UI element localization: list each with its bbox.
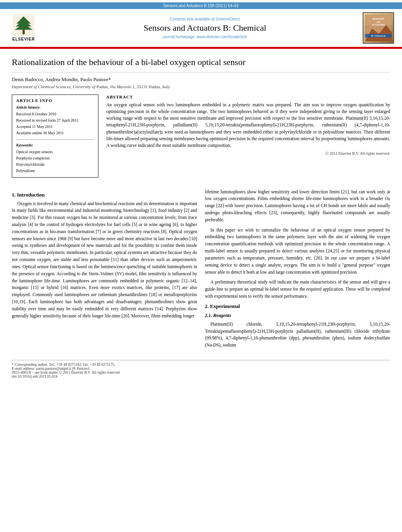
svg-point-5 [22,32,25,35]
journal-header: Sensors and Actuators B 158 (2011) 54–61… [0,0,402,49]
elsevier-logo: ELSEVIER [8,15,39,41]
available-date: Available online 30 May 2011 [16,130,94,136]
journal-citation: Sensors and Actuators B 158 (2011) 54–61 [163,4,239,8]
keyword-1: Optical oxygen sensors [16,149,94,155]
keyword-3: Polyvinylchloride [16,161,94,168]
svg-text:B: Chemical: B: Chemical [371,34,385,37]
abstract-text: An oxygen optical sensor with two lumino… [106,102,390,149]
section21-heading: 2.1. Reagents [205,313,391,319]
elsevier-wordmark: ELSEVIER [12,37,35,41]
divider [16,139,94,140]
elsevier-tree-icon [12,15,35,36]
footnote-email: E-mail address: paolo.pastore@unipd.it (… [12,367,390,371]
article-info-column: ARTICLE INFO Article history: Received 8… [12,95,98,182]
svg-text:SENSORS: SENSORS [372,17,385,20]
body-right-col: lifetime luminophores show higher sensit… [205,189,391,352]
intro-paragraph-2: lifetime luminophores show higher sensit… [205,189,391,224]
journal-name: Sensors and Actuators B: Chemical [47,23,363,33]
keyword-4: Polysulfone [16,168,94,174]
keywords-label: Keywords: [16,143,94,147]
copyright-notice: © 2011 Elsevier B.V. All rights reserved… [106,151,390,156]
revised-date: Received in revised form 27 April 2011 [16,117,94,124]
author-names: Denis Badocco, Andrea Mondin, Paolo Past… [12,76,111,82]
article-info-box: ARTICLE INFO Article history: Received 8… [12,95,98,178]
section2-heading: 2. Experimental [205,303,391,310]
body-left-col: 1. Introduction Oxygen is involved in ma… [12,189,197,352]
svg-text:AND: AND [376,21,380,23]
abstract-title: ABSTRACT [106,95,390,99]
sensors-actuators-logo: SENSORS AND ACTUATORS B: Chemical [363,12,394,44]
body-two-col: 1. Introduction Oxygen is involved in ma… [12,189,390,352]
journal-homepage[interactable]: journal homepage: www.elsevier.com/locat… [47,35,363,39]
intro-paragraph-1: Oxygen is involved in many chemical and … [12,200,197,320]
red-divider [0,47,402,48]
footnote-area: * Corresponding author. Tel.: +39 49 827… [12,360,390,378]
intro-paragraph-3: In this paper we wish to rationalize the… [205,227,391,276]
keyword-2: Porphyrin complexes [16,155,94,161]
body-content: 1. Introduction Oxygen is involved in ma… [12,189,390,352]
section1-heading: 1. Introduction [12,192,197,198]
footnote-doi: doi:10.1016/j.snb.2011.05.024 [12,374,390,378]
sensors-logo-image: SENSORS AND ACTUATORS B: Chemical [363,15,393,41]
journal-title-center: Contents lists available at ScienceDirec… [47,17,363,39]
article-info-title: ARTICLE INFO [16,98,94,103]
footnote-issn: 0925-4005/$ – see front matter © 2011 El… [12,371,390,374]
article-title: Rationalization of the behaviour of a bi… [12,57,390,72]
svg-text:ACTUATORS: ACTUATORS [372,24,385,26]
accepted-date: Accepted 11 May 2011 [16,124,94,130]
authors: Denis Badocco, Andrea Mondin, Paolo Past… [12,76,390,83]
reagents-paragraph: Platinum(II) chloride, 5,10,15,20-tetrap… [205,321,391,349]
contents-link[interactable]: Contents lists available at ScienceDirec… [47,17,363,21]
main-content: Rationalization of the behaviour of a bi… [0,49,402,386]
footnote-star: * Corresponding author. Tel.: +39 49 827… [12,363,390,367]
abstract-column: ABSTRACT An oxygen optical sensor with t… [106,95,390,182]
article-meta-section: ARTICLE INFO Article history: Received 8… [12,95,390,182]
header-content: ELSEVIER Contents lists available at Sci… [0,9,402,47]
affiliation: Department of Chemical Sciences, Univers… [12,84,390,89]
article-history-label: Article history: [16,105,94,109]
page-container: Sensors and Actuators B 158 (2011) 54–61… [0,0,402,532]
received-date: Received 8 October 2010 [16,111,94,117]
top-bar: Sensors and Actuators B 158 (2011) 54–61 [0,2,402,9]
intro-paragraph-4: A preliminary theoretical study will ind… [205,279,391,300]
